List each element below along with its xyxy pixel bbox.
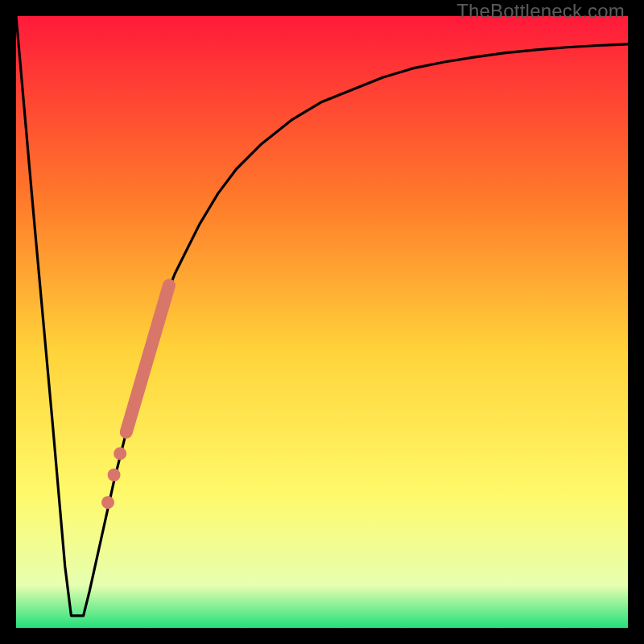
- marker-dot: [101, 496, 114, 509]
- marker-dot: [114, 447, 126, 460]
- chart-frame: [16, 16, 628, 628]
- watermark-text: TheBottleneck.com: [456, 0, 625, 23]
- bottleneck-chart: [16, 16, 628, 628]
- marker-dot: [108, 469, 121, 481]
- gradient-background: [16, 16, 628, 628]
